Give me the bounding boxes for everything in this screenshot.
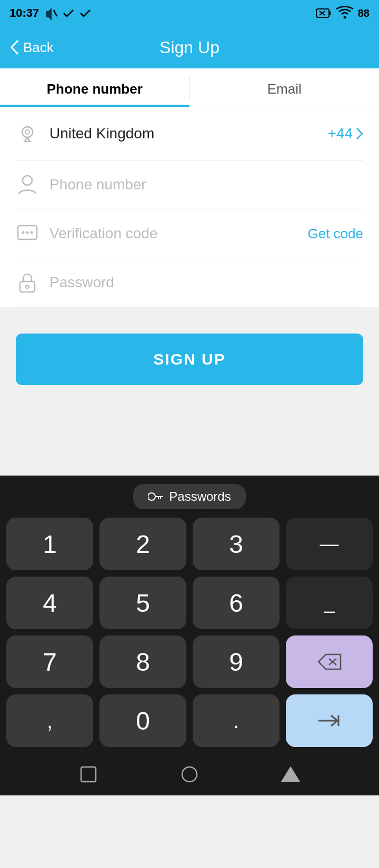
key-underscore[interactable]: _ [286, 577, 373, 629]
triangle-icon[interactable] [279, 763, 302, 786]
key-8[interactable]: 8 [99, 635, 186, 688]
verification-input[interactable] [49, 225, 307, 242]
status-bar: 10:37 88 [0, 0, 379, 26]
country-code: +44 [328, 125, 364, 142]
location-icon [16, 122, 39, 145]
svg-marker-22 [282, 768, 299, 781]
tab-email[interactable]: Email [190, 68, 380, 107]
backspace-icon [316, 652, 343, 671]
wifi-icon [336, 6, 354, 20]
back-chevron-icon [11, 39, 20, 55]
country-name: United Kingdom [49, 125, 328, 142]
svg-rect-13 [20, 281, 35, 292]
key-6[interactable]: 6 [193, 577, 280, 629]
key-2[interactable]: 2 [99, 518, 186, 570]
passwords-label: Passwords [169, 489, 231, 504]
header: Back Sign Up [0, 26, 379, 68]
key-period[interactable]: . [193, 694, 280, 747]
key-7[interactable]: 7 [6, 635, 93, 688]
nav-bar [6, 753, 373, 795]
key-3[interactable]: 3 [193, 518, 280, 570]
verification-input-row: Get code [16, 209, 363, 258]
svg-point-21 [182, 767, 197, 782]
chevron-right-icon [356, 127, 363, 140]
status-time: 10:37 [9, 6, 39, 20]
message-icon [16, 222, 39, 245]
check-icon-1 [62, 7, 75, 19]
next-key[interactable] [286, 694, 373, 747]
back-label: Back [23, 39, 54, 56]
signup-section: SIGN UP [0, 307, 379, 476]
person-icon [16, 173, 39, 196]
svg-line-0 [54, 10, 57, 16]
status-right: 88 [316, 6, 370, 20]
key-4[interactable]: 4 [6, 577, 93, 629]
get-code-button[interactable]: Get code [307, 226, 363, 242]
svg-point-8 [23, 176, 32, 185]
key-dash[interactable]: — [286, 518, 373, 570]
password-input[interactable] [49, 274, 363, 291]
battery-x-icon [316, 7, 332, 19]
passwords-bar: Passwords [6, 484, 373, 509]
lock-icon [16, 271, 39, 294]
svg-point-15 [148, 493, 155, 500]
svg-point-6 [22, 127, 33, 137]
keyboard: Passwords 1 2 3 — 4 5 6 _ 7 8 9 , 0 . [0, 476, 379, 795]
svg-rect-20 [81, 767, 96, 782]
page-title: Sign Up [159, 38, 220, 57]
battery-level: 88 [358, 7, 370, 19]
svg-point-7 [25, 130, 29, 134]
key-0[interactable]: 0 [99, 694, 186, 747]
form-area: United Kingdom +44 Get co [0, 107, 379, 307]
key-9[interactable]: 9 [193, 635, 280, 688]
square-icon[interactable] [77, 763, 100, 786]
svg-rect-2 [329, 11, 331, 15]
check-icon-2 [79, 7, 92, 19]
signup-button[interactable]: SIGN UP [16, 334, 363, 385]
mute-icon [43, 6, 58, 21]
svg-point-5 [343, 16, 346, 19]
next-icon [316, 711, 343, 730]
keyboard-grid: 1 2 3 — 4 5 6 _ 7 8 9 , 0 . [6, 518, 373, 747]
svg-point-11 [26, 231, 29, 234]
svg-point-12 [31, 231, 33, 234]
tab-phone[interactable]: Phone number [0, 68, 190, 107]
circle-icon[interactable] [178, 763, 201, 786]
status-left: 10:37 [9, 6, 92, 21]
svg-point-10 [22, 231, 25, 234]
phone-input[interactable] [49, 176, 363, 193]
country-selector[interactable]: United Kingdom +44 [16, 107, 363, 160]
key-comma[interactable]: , [6, 694, 93, 747]
svg-point-14 [26, 285, 29, 288]
tabs-container: Phone number Email [0, 68, 379, 107]
phone-input-row [16, 160, 363, 209]
back-button[interactable]: Back [11, 39, 54, 56]
key-icon [148, 492, 163, 501]
password-input-row [16, 258, 363, 307]
passwords-pill[interactable]: Passwords [133, 484, 245, 509]
key-5[interactable]: 5 [99, 577, 186, 629]
backspace-key[interactable] [286, 635, 373, 688]
key-1[interactable]: 1 [6, 518, 93, 570]
